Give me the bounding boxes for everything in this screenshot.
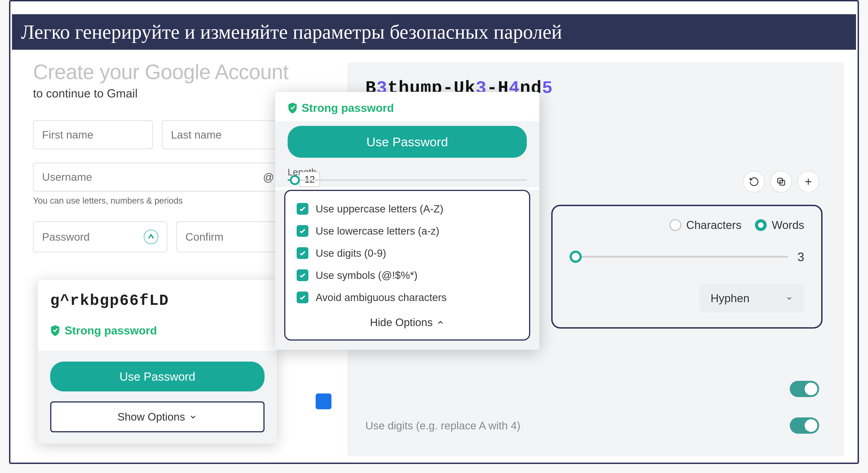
toggles-section: Use digits (e.g. replace A with 4) xyxy=(365,371,819,444)
last-name-input[interactable]: Last name xyxy=(162,121,282,149)
chevron-up-icon xyxy=(436,318,444,326)
word-options-box: Characters Words 3 Hyphen xyxy=(551,205,823,328)
hide-options-label: Hide Options xyxy=(370,316,433,328)
google-title: Create your Google Account xyxy=(33,60,282,84)
show-options-label: Show Options xyxy=(118,411,185,423)
checkbox-checked-icon xyxy=(297,247,308,259)
at-suffix: @ xyxy=(263,171,274,183)
strength-row-center: Strong password xyxy=(275,92,539,121)
option-ambiguous[interactable]: Avoid ambiguous characters xyxy=(294,286,520,309)
option-lowercase[interactable]: Use lowercase letters (a-z) xyxy=(294,220,520,242)
length-block: Length 12 xyxy=(275,160,539,187)
checkbox-checked-icon xyxy=(297,225,308,237)
option-digits-label: Use digits (0-9) xyxy=(316,247,386,259)
show-options-button[interactable]: Show Options xyxy=(50,401,265,432)
word-count-value: 3 xyxy=(798,250,804,264)
radio-words-label: Words xyxy=(772,219,804,232)
checkbox-checked-icon xyxy=(297,270,308,281)
username-helper: You can use letters, numbers & periods xyxy=(33,196,282,206)
blue-element xyxy=(316,393,332,409)
strength-row: Strong password xyxy=(38,317,277,351)
google-subtitle: to continue to Gmail xyxy=(33,87,282,100)
separator-value: Hyphen xyxy=(711,292,749,305)
word-count-slider[interactable] xyxy=(569,256,788,258)
strength-label: Strong password xyxy=(65,324,157,337)
caption-banner: Легко генерируйте и изменяйте параметры … xyxy=(11,13,857,51)
radio-characters[interactable]: Characters xyxy=(670,219,742,232)
radio-icon-selected xyxy=(755,219,767,231)
shield-check-icon xyxy=(288,102,298,114)
password-placeholder: Password xyxy=(42,231,90,243)
password-input[interactable]: Password xyxy=(33,221,167,252)
option-ambiguous-label: Avoid ambiguous characters xyxy=(316,291,447,304)
use-password-button[interactable]: Use Password xyxy=(50,361,265,391)
chevron-down-icon xyxy=(786,295,793,302)
radio-icon xyxy=(670,219,681,231)
strength-label-center: Strong password xyxy=(302,101,394,115)
separator-row: Hyphen xyxy=(569,284,804,313)
action-buttons xyxy=(743,171,819,193)
nordpass-icon[interactable] xyxy=(144,230,158,244)
refresh-button[interactable] xyxy=(743,171,765,193)
word-count-slider-row: 3 xyxy=(569,250,804,264)
option-digits[interactable]: Use digits (0-9) xyxy=(294,242,520,264)
option-lowercase-label: Use lowercase letters (a-z) xyxy=(316,225,439,237)
add-button[interactable] xyxy=(798,171,819,193)
option-uppercase[interactable]: Use uppercase letters (A-Z) xyxy=(294,198,520,220)
first-name-input[interactable]: First name xyxy=(33,121,153,149)
confirm-placeholder: Confirm xyxy=(185,231,223,243)
use-password-button-center[interactable]: Use Password xyxy=(288,126,527,158)
hide-options-button[interactable]: Hide Options xyxy=(294,309,520,330)
copy-button[interactable] xyxy=(770,171,792,193)
password-popup-left: g^rkbgp66fLD Strong password Use Passwor… xyxy=(37,279,277,444)
slider-thumb[interactable] xyxy=(290,175,300,185)
option-uppercase-label: Use uppercase letters (A-Z) xyxy=(316,203,443,215)
generated-password: g^rkbgp66fLD xyxy=(38,280,277,317)
radio-words[interactable]: Words xyxy=(755,219,804,232)
type-radio-row: Characters Words xyxy=(569,219,804,232)
toggle-1[interactable] xyxy=(790,381,819,397)
toggle-2[interactable] xyxy=(790,417,819,434)
toggle-row-2: Use digits (e.g. replace A with 4) xyxy=(365,407,819,444)
main-frame: B3thump-Uk3-H4nd5 Characters Words xyxy=(9,0,859,464)
toggle-2-label: Use digits (e.g. replace A with 4) xyxy=(365,419,521,432)
slider-thumb[interactable] xyxy=(569,251,582,263)
option-symbols[interactable]: Use symbols (@!$%*) xyxy=(294,264,520,286)
plus-icon xyxy=(803,177,813,187)
google-signup-panel: Create your Google Account to continue t… xyxy=(33,60,282,252)
copy-icon xyxy=(776,177,786,187)
confirm-input[interactable]: Confirm xyxy=(176,221,282,252)
radio-characters-label: Characters xyxy=(686,219,742,232)
chevron-down-icon xyxy=(189,413,197,421)
option-symbols-label: Use symbols (@!$%*) xyxy=(316,269,417,281)
options-box: Use uppercase letters (A-Z) Use lowercas… xyxy=(284,190,530,341)
toggle-row-1 xyxy=(365,371,819,407)
username-input[interactable]: Username xyxy=(33,163,282,191)
checkbox-checked-icon xyxy=(297,291,308,303)
refresh-icon xyxy=(749,177,759,187)
length-slider[interactable] xyxy=(288,180,527,181)
separator-select[interactable]: Hyphen xyxy=(699,284,804,313)
checkbox-checked-icon xyxy=(297,203,308,215)
shield-check-icon xyxy=(50,325,60,337)
password-popup-center: Strong password Use Password Length 12 U… xyxy=(275,92,539,350)
